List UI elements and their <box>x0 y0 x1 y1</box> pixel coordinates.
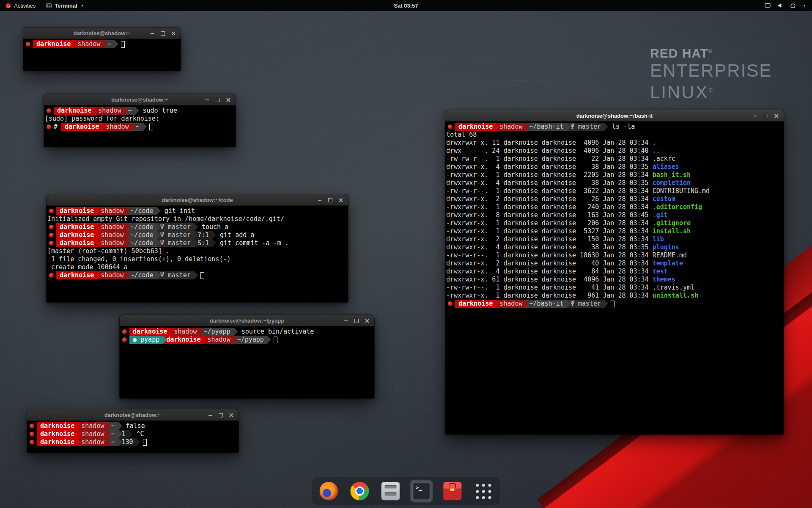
close-button[interactable] <box>225 97 232 103</box>
maximize-button[interactable] <box>214 97 221 103</box>
terminal-text: drwxrwxr-x. 61 darknoise darknoise 4096 … <box>446 276 653 284</box>
terminal-text: drwxrwxr-x. 4 darknoise darknoise 38 Jan… <box>446 163 653 171</box>
wallpaper-line-horizontal <box>338 212 429 212</box>
powerline-separator-icon <box>200 328 204 336</box>
close-button[interactable] <box>228 412 235 419</box>
prompt-segment-user: darknoise <box>56 231 97 239</box>
dock-item-files[interactable] <box>380 480 402 502</box>
window-titlebar[interactable]: darknoise@shadow:~ <box>23 28 181 39</box>
display-status-icon[interactable] <box>764 2 771 9</box>
maximize-button[interactable] <box>763 113 769 119</box>
dock-item-toolbox[interactable] <box>442 480 464 502</box>
powerline-separator-icon <box>118 422 122 430</box>
redhat-fedora-icon <box>5 3 11 9</box>
minimize-button[interactable] <box>316 197 323 204</box>
powerline-separator-icon <box>74 40 78 48</box>
window-title: darknoise@shadow:~/code <box>162 197 233 203</box>
dock-item-app-grid[interactable] <box>472 480 494 502</box>
terminal-app-icon <box>46 3 52 9</box>
prompt-segment-user: darknoise <box>54 107 95 115</box>
close-button[interactable] <box>364 318 370 324</box>
prompt-segment-path: ~/code <box>127 207 156 215</box>
powerline-separator-icon <box>496 123 500 131</box>
terminal-window-code[interactable]: darknoise@shadow:~/codedarknoiseshadow~/… <box>47 194 348 302</box>
close-button[interactable] <box>773 113 780 119</box>
window-titlebar[interactable]: darknoise@shadow:~/bash-it <box>445 110 784 121</box>
firefox-icon <box>320 482 338 500</box>
terminal-window-pyapp[interactable]: darknoise@shadow:~/pyappdarknoiseshadow~… <box>120 315 374 398</box>
terminal-line: darknoiseshadow~ <box>24 40 180 48</box>
minimize-button[interactable] <box>752 113 759 119</box>
terminal-body[interactable]: darknoiseshadow~/code git initInitialize… <box>47 206 348 302</box>
terminal-text: ls -la <box>608 123 635 131</box>
terminal-line: drwxrwxr-x. 4 darknoise darknoise 38 Jan… <box>446 163 783 171</box>
dock-item-firefox[interactable] <box>318 480 340 502</box>
powerline-separator-icon <box>107 430 111 438</box>
maximize-button[interactable] <box>353 318 360 324</box>
maximize-button[interactable] <box>159 30 166 37</box>
brand-line1: RED HAT <box>650 46 708 60</box>
powerline-separator-icon <box>97 223 101 231</box>
terminal-line: -rwxrwxr-x. 1 darknoise darknoise 240 Ja… <box>446 203 783 211</box>
terminal-line: [master (root-commit) 50bcb63] . <box>47 247 347 255</box>
minimize-button[interactable] <box>343 318 349 324</box>
minimize-button[interactable] <box>149 30 156 37</box>
clock[interactable]: Sat 03:57 <box>390 0 422 11</box>
maximize-button[interactable] <box>217 412 224 419</box>
terminal-window-exit-codes[interactable]: darknoise@shadow:~darknoiseshadow~ false… <box>27 409 239 453</box>
terminal-window-home-1[interactable]: darknoise@shadow:~darknoiseshadow~ <box>23 28 181 71</box>
terminal-text: [sudo] password for darknoise: <box>45 115 163 123</box>
dock-item-chrome[interactable] <box>349 480 371 502</box>
activities-button[interactable]: Activities <box>0 0 41 11</box>
powerline-separator-icon <box>526 123 529 131</box>
minimize-button[interactable] <box>204 97 211 103</box>
rhel-brand-logo: RED HAT® ENTERPRISE LINUX® <box>650 44 772 102</box>
terminal-line: 1 file changed, 0 insertions(+), 0 delet… <box>47 255 347 263</box>
window-titlebar[interactable]: darknoise@shadow:~ <box>27 409 239 421</box>
powerline-separator-icon <box>194 239 198 247</box>
prompt-segment-path: ~/bash-it <box>526 123 567 131</box>
terminal-body[interactable]: darknoiseshadow~/bash-itmaster ls -latot… <box>445 121 784 434</box>
terminal-line: darknoiseshadow~/bash-itmaster <box>446 300 783 308</box>
terminal-text: [master (root-commit) 50bcb63] . <box>47 247 170 255</box>
terminal-line: drwxrwxr-x. 4 darknoise darknoise 84 Jan… <box>446 268 783 276</box>
terminal-line: darknoiseshadow~/bash-itmaster ls -la <box>446 123 783 131</box>
terminal-window-sudo[interactable]: darknoise@shadow:~darknoiseshadow~ sudo … <box>44 94 236 147</box>
terminal-line: drwxrwxr-x. 61 darknoise darknoise 4096 … <box>446 276 783 284</box>
terminal-body[interactable]: darknoiseshadow~ sudo true[sudo] passwor… <box>44 105 236 147</box>
terminal-text: -rwxrwxr-x. 1 darknoise darknoise 240 Ja… <box>446 203 653 211</box>
terminal-line: darknoiseshadow~/codemaster <box>47 271 347 279</box>
prompt-redhat-icon <box>30 432 34 436</box>
app-menu-caret-icon: ▼ <box>81 4 84 8</box>
powerline-separator-icon <box>194 223 198 231</box>
powerline-separator-icon <box>118 430 122 438</box>
window-titlebar[interactable]: darknoise@shadow:~ <box>44 94 236 105</box>
powerline-separator-icon <box>157 271 161 279</box>
prompt-segment-user: darknoise <box>455 300 496 308</box>
prompt-redhat-icon <box>47 108 51 113</box>
terminal-window-bash-it[interactable]: darknoise@shadow:~/bash-itdarknoiseshado… <box>445 110 784 434</box>
system-menu-caret-icon[interactable]: ▼ <box>803 4 806 8</box>
window-titlebar[interactable]: darknoise@shadow:~/pyapp <box>120 315 374 326</box>
minimize-button[interactable] <box>207 412 214 419</box>
close-button[interactable] <box>337 197 344 204</box>
window-title: darknoise@shadow:~/bash-it <box>576 113 653 119</box>
prompt-segment-host: shadow <box>95 107 124 115</box>
maximize-button[interactable] <box>327 197 334 204</box>
terminal-line: total 68 <box>446 131 783 139</box>
prompt-segment-path: ~/code <box>127 231 156 239</box>
close-button[interactable] <box>170 30 177 37</box>
terminal-body[interactable]: darknoiseshadow~ falsedarknoiseshadow~1 … <box>27 421 239 453</box>
dock-item-terminal[interactable] <box>411 480 433 502</box>
terminal-body[interactable]: darknoiseshadow~ <box>23 39 181 71</box>
power-icon[interactable] <box>789 2 796 9</box>
app-menu-terminal[interactable]: Terminal ▼ <box>41 0 89 11</box>
volume-icon[interactable] <box>776 2 784 9</box>
terminal-text: git init <box>161 207 195 215</box>
window-titlebar[interactable]: darknoise@shadow:~/code <box>47 194 348 206</box>
prompt-segment-path: ~/bash-it <box>526 300 567 308</box>
prompt-redhat-icon <box>26 42 30 47</box>
prompt-redhat-icon <box>448 301 453 306</box>
powerline-separator-icon <box>496 300 500 308</box>
terminal-body[interactable]: darknoiseshadow~/pyapp source bin/activa… <box>120 326 374 398</box>
